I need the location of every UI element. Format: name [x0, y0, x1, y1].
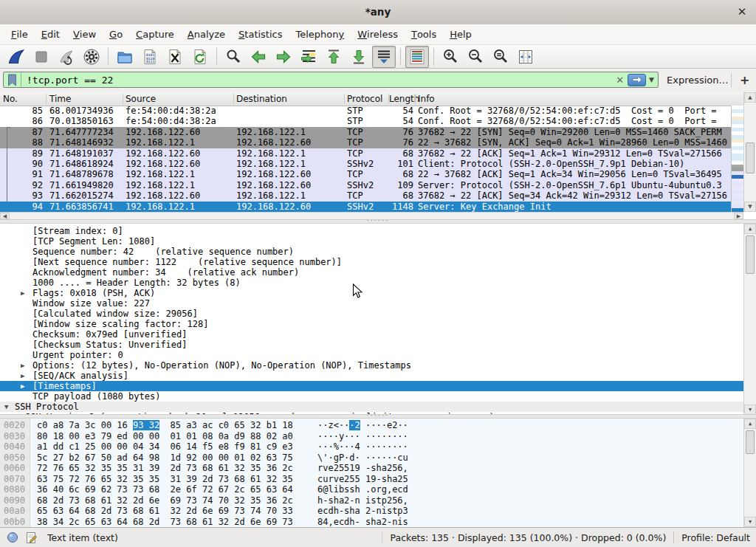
hex-row[interactable]: 00a065 63 64 68 2d 73 68 61 32 2d 6e 69 … — [0, 506, 744, 517]
clear-filter-icon[interactable]: ✕ — [616, 75, 624, 86]
hex-row[interactable]: 006072 76 65 32 35 35 31 39 2d 73 68 61 … — [0, 463, 744, 474]
intelligent-scrollbar-minimap[interactable] — [731, 106, 744, 212]
toolbar-reload-file-button[interactable] — [188, 46, 212, 68]
expander-closed-icon[interactable]: ▶ — [21, 371, 24, 381]
column-header-no[interactable]: No. — [3, 94, 18, 104]
scroll-right-arrow[interactable]: ▶ — [734, 213, 743, 219]
menu-wireless[interactable]: Wireless — [351, 24, 405, 44]
details-vscrollbar[interactable]: ▲▼ — [743, 224, 756, 415]
detail-row[interactable]: [Stream index: 0] — [0, 226, 744, 236]
detail-row[interactable]: [TCP Segment Len: 1080] — [0, 236, 744, 247]
detail-row[interactable]: [Calculated window size: 29056] — [0, 309, 744, 319]
toolbar-go-to-packet-button[interactable] — [297, 46, 320, 68]
add-filter-button[interactable]: + — [740, 69, 749, 92]
menu-edit[interactable]: Edit — [35, 24, 66, 44]
packet-row[interactable]: 8670.013850163fe:54:00:d4:38:2aSTP54Conf… — [0, 116, 731, 126]
hex-row[interactable]: 009068 2d 73 68 61 32 2d 6e 69 73 74 70 … — [0, 495, 744, 506]
scroll-thumb[interactable] — [746, 430, 755, 454]
packet-row[interactable]: 9471.663856741192.168.122.1192.168.122.6… — [0, 202, 731, 212]
scroll-thumb[interactable] — [746, 142, 755, 173]
scroll-down-arrow[interactable]: ▼ — [744, 202, 756, 212]
menu-help[interactable]: Help — [443, 24, 478, 44]
hex-row[interactable]: 007063 75 72 76 65 32 35 35 31 39 2d 73 … — [0, 474, 744, 485]
column-header-info[interactable]: Info — [418, 94, 435, 104]
packet-row[interactable]: 9271.661949820192.168.122.1192.168.122.6… — [0, 180, 731, 190]
column-separator[interactable] — [388, 94, 389, 104]
toolbar-open-file-button[interactable] — [113, 46, 137, 68]
detail-row[interactable]: 1000 .... = Header Length: 32 bytes (8) — [0, 278, 744, 288]
toolbar-zoom-in-button[interactable] — [439, 46, 462, 68]
packet-row[interactable]: 9371.662015274192.168.122.60192.168.122.… — [0, 190, 731, 201]
bytes-vscrollbar[interactable]: ▲▼ — [743, 419, 756, 527]
detail-row[interactable]: Sequence number: 42 (relative sequence n… — [0, 247, 744, 257]
packet-row[interactable]: 9071.648618924192.168.122.60192.168.122.… — [0, 159, 731, 169]
menu-analyze[interactable]: Analyze — [181, 24, 232, 44]
packet-row[interactable]: 8771.647777234192.168.122.60192.168.122.… — [0, 127, 731, 137]
expression-button[interactable]: Expression… — [667, 69, 729, 92]
toolbar-restart-capture-button[interactable] — [55, 46, 78, 68]
hex-row[interactable]: 00b038 34 2c 65 63 64 68 2d 73 68 61 32 … — [0, 517, 744, 528]
expander-open-icon[interactable]: ▼ — [4, 402, 8, 412]
column-separator[interactable] — [46, 94, 47, 104]
expander-closed-icon[interactable]: ▶ — [21, 381, 24, 391]
scroll-thumb[interactable] — [746, 235, 755, 274]
toolbar-zoom-original-button[interactable] — [489, 46, 512, 68]
filter-dropdown-icon[interactable]: ▼ — [649, 76, 654, 83]
detail-row[interactable]: ▼SSH Protocol — [0, 402, 744, 412]
detail-row[interactable]: ▶[Timestamps] — [0, 381, 744, 391]
detail-row[interactable]: TCP payload (1080 bytes) — [0, 391, 744, 402]
packet-row[interactable]: 9171.648789678192.168.122.1192.168.122.6… — [0, 169, 731, 179]
profile-selector[interactable]: Profile: Default — [681, 532, 750, 543]
close-button[interactable]: ✕ — [735, 5, 749, 18]
scroll-up-arrow[interactable]: ▲ — [744, 92, 756, 103]
column-header-destination[interactable]: Destination — [236, 94, 287, 104]
toolbar-stop-capture-button[interactable] — [30, 46, 53, 68]
column-separator[interactable] — [123, 94, 123, 104]
hex-row[interactable]: 003080 18 00 e3 79 ed 00 00 01 01 08 0a … — [0, 431, 744, 442]
toolbar-close-file-button[interactable] — [163, 46, 187, 68]
column-header-time[interactable]: Time — [49, 94, 71, 104]
packet-row[interactable]: 8568.001734936fe:54:00:d4:38:2aSTP54Conf… — [0, 106, 731, 116]
menu-go[interactable]: Go — [103, 24, 129, 44]
scroll-up-arrow[interactable]: ▲ — [744, 224, 756, 234]
toolbar-colorize-button[interactable] — [405, 46, 429, 68]
toolbar-start-capture-button[interactable] — [4, 46, 28, 68]
menu-file[interactable]: File — [4, 24, 35, 44]
detail-row[interactable]: ▶Options: (12 bytes), No-Operation (NOP)… — [0, 360, 744, 371]
column-header-protocol[interactable]: Protocol — [347, 94, 382, 104]
scroll-up-arrow[interactable]: ▲ — [744, 419, 756, 429]
hex-row[interactable]: 0040a1 dd c1 25 00 00 04 34 06 14 f5 e8 … — [0, 441, 744, 453]
toolbar-resize-columns-button[interactable] — [514, 46, 537, 68]
detail-row[interactable]: Urgent pointer: 0 — [0, 350, 744, 360]
expander-closed-icon[interactable]: ▶ — [21, 288, 24, 298]
detail-row[interactable]: Checksum: 0x79ed [unverified] — [0, 329, 744, 340]
detail-row[interactable]: [Next sequence number: 1122 (relative se… — [0, 257, 744, 267]
hex-row[interactable]: 00505c 27 b2 67 50 ad 64 98 1d 92 00 00 … — [0, 453, 744, 464]
expert-info-icon[interactable] — [7, 531, 18, 543]
packet-list-vscrollbar[interactable]: ▲▼ — [743, 92, 756, 212]
toolbar-go-forward-button[interactable] — [272, 46, 295, 68]
toolbar-zoom-out-button[interactable] — [464, 46, 487, 68]
packet-row[interactable]: 8971.648191037192.168.122.60192.168.122.… — [0, 148, 731, 159]
filter-input[interactable]: !tcp.port == 22 ✕ ▼ — [3, 72, 659, 88]
toolbar-capture-options-button[interactable] — [80, 46, 103, 68]
toolbar-first-packet-button[interactable] — [322, 46, 346, 68]
capture-comment-icon[interactable] — [25, 531, 38, 544]
scroll-down-arrow[interactable]: ▼ — [744, 405, 756, 415]
detail-row[interactable]: Acknowledgment number: 34 (relative ack … — [0, 267, 744, 278]
column-separator[interactable] — [233, 94, 234, 104]
column-separator[interactable] — [415, 94, 416, 104]
menu-tools[interactable]: Tools — [405, 24, 443, 44]
toolbar-save-file-button[interactable]: 010101100111 — [138, 46, 162, 68]
menu-telephony[interactable]: Telephony — [289, 24, 351, 44]
packet-row[interactable]: 8871.648146932192.168.122.1192.168.122.6… — [0, 137, 731, 148]
column-separator[interactable] — [344, 94, 345, 104]
scroll-left-arrow[interactable]: ◀ — [0, 213, 10, 219]
toolbar-last-packet-button[interactable] — [347, 46, 371, 68]
menu-view[interactable]: View — [66, 24, 103, 44]
toolbar-auto-scroll-button[interactable] — [372, 46, 396, 68]
bookmark-icon[interactable] — [7, 74, 17, 86]
detail-row[interactable]: [Window size scaling factor: 128] — [0, 319, 744, 329]
expander-closed-icon[interactable]: ▶ — [21, 360, 24, 371]
detail-row[interactable]: Window size value: 227 — [0, 298, 744, 309]
